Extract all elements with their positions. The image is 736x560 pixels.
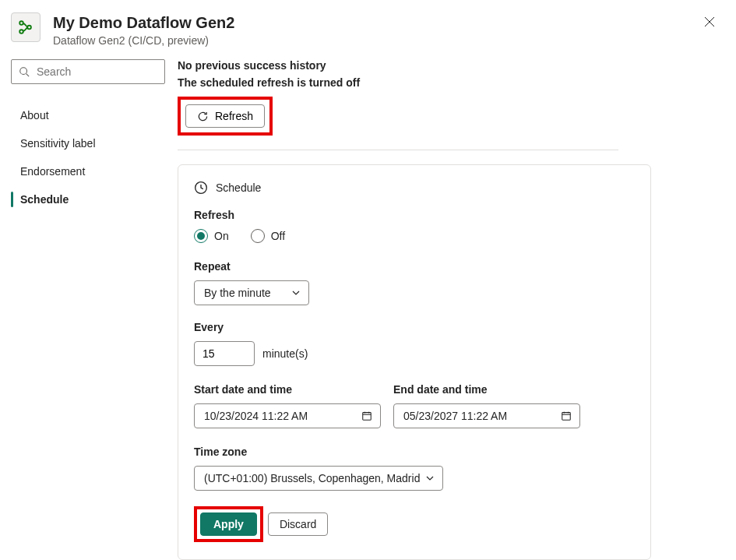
- timezone-select[interactable]: (UTC+01:00) Brussels, Copenhagen, Madrid: [194, 466, 443, 491]
- clock-icon: [194, 181, 208, 195]
- refresh-button[interactable]: Refresh: [185, 104, 265, 128]
- repeat-value: By the minute: [204, 287, 271, 299]
- chevron-down-icon: [291, 288, 301, 298]
- apply-button[interactable]: Apply: [200, 512, 257, 536]
- radio-circle-icon: [194, 229, 208, 243]
- close-icon: [703, 16, 716, 28]
- start-date-input[interactable]: 10/23/2024 11:22 AM: [194, 403, 381, 428]
- nav-item-about[interactable]: About: [11, 101, 178, 129]
- refresh-highlight-box: Refresh: [178, 97, 273, 136]
- refresh-off-text: The scheduled refresh is turned off: [178, 76, 725, 89]
- nav-item-schedule[interactable]: Schedule: [11, 185, 178, 213]
- every-unit: minute(s): [262, 347, 308, 360]
- search-icon: [19, 66, 30, 77]
- timezone-label: Time zone: [194, 446, 635, 458]
- schedule-panel-title: Schedule: [216, 181, 261, 194]
- end-date-label: End date and time: [393, 383, 580, 396]
- divider: [178, 150, 618, 150]
- nav-item-endorsement[interactable]: Endorsement: [11, 157, 178, 185]
- every-label: Every: [194, 321, 635, 333]
- svg-point-2: [27, 26, 31, 30]
- chevron-down-icon: [425, 474, 435, 483]
- repeat-select[interactable]: By the minute: [194, 280, 309, 305]
- search-box: [11, 59, 178, 84]
- svg-point-3: [20, 68, 27, 75]
- svg-point-1: [19, 30, 23, 33]
- end-date-input[interactable]: 05/23/2027 11:22 AM: [393, 403, 580, 428]
- repeat-label: Repeat: [194, 260, 635, 273]
- no-history-text: No previous success history: [178, 59, 725, 72]
- schedule-panel: Schedule Refresh On Off Repeat By the mi…: [178, 164, 651, 560]
- dialog-subtitle: Dataflow Gen2 (CI/CD, preview): [53, 34, 699, 47]
- refresh-icon: [197, 111, 209, 122]
- refresh-button-label: Refresh: [215, 110, 253, 122]
- svg-rect-5: [363, 413, 372, 421]
- close-button[interactable]: [699, 11, 720, 35]
- radio-circle-icon: [251, 229, 265, 243]
- refresh-section-label: Refresh: [194, 209, 635, 221]
- start-date-label: Start date and time: [194, 383, 381, 396]
- radio-refresh-off[interactable]: Off: [251, 229, 285, 243]
- svg-rect-6: [562, 413, 571, 421]
- end-date-value: 05/23/2027 11:22 AM: [403, 410, 507, 422]
- timezone-value: (UTC+01:00) Brussels, Copenhagen, Madrid: [204, 472, 420, 484]
- search-input[interactable]: [11, 59, 165, 84]
- nav-item-sensitivity-label[interactable]: Sensitivity label: [11, 129, 178, 157]
- radio-off-label: Off: [271, 230, 285, 242]
- every-input[interactable]: [194, 341, 255, 366]
- apply-highlight-box: Apply: [194, 506, 263, 542]
- discard-button[interactable]: Discard: [268, 512, 328, 536]
- start-date-value: 10/23/2024 11:22 AM: [204, 410, 308, 422]
- svg-point-0: [19, 21, 23, 25]
- dataflow-app-icon: [11, 12, 40, 42]
- dialog-title: My Demo Dataflow Gen2: [53, 12, 699, 33]
- calendar-icon: [561, 410, 572, 421]
- radio-on-label: On: [214, 230, 229, 242]
- calendar-icon: [361, 410, 372, 421]
- radio-refresh-on[interactable]: On: [194, 229, 229, 243]
